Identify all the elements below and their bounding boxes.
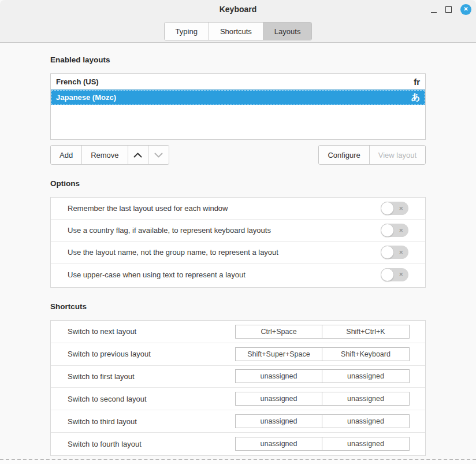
shortcut-row-previous-layout: Switch to previous layout Shift+Super+Sp… (51, 343, 425, 366)
shortcut-binding-secondary[interactable]: unassigned (322, 415, 409, 428)
configure-button-label: Configure (328, 151, 360, 159)
configure-button[interactable]: Configure (319, 146, 369, 164)
shortcut-row-next-layout: Switch to next layout Ctrl+Space Shift+C… (51, 321, 425, 343)
shortcuts-heading: Shortcuts (50, 302, 87, 311)
add-button[interactable]: Add (51, 146, 82, 164)
shortcut-row-second-layout: Switch to second layout unassigned unass… (51, 388, 425, 410)
shortcut-label: Switch to fourth layout (68, 440, 235, 448)
tab-bar: Typing Shortcuts Layouts (0, 22, 476, 40)
layout-indicator-fr: fr (414, 77, 420, 87)
option-row-upper-case: Use upper-case when using text to repres… (51, 263, 425, 285)
tab-typing-label: Typing (176, 27, 198, 36)
shortcuts-panel: Switch to next layout Ctrl+Space Shift+C… (50, 320, 426, 456)
toggle-off-x-icon: ✕ (399, 250, 403, 255)
options-heading: Options (50, 179, 80, 188)
option-label: Use the layout name, not the group name,… (68, 248, 381, 257)
shortcut-bindings: unassigned unassigned (235, 369, 410, 383)
option-label: Remember the last layout used for each w… (68, 204, 381, 213)
layout-name: Japanese (Mozc) (56, 93, 411, 102)
shortcut-binding-primary[interactable]: unassigned (236, 437, 322, 450)
edit-button-group: Add Remove (50, 145, 169, 165)
layout-list-actions: Add Remove Configure View layout (50, 145, 426, 165)
toggle-knob (381, 202, 394, 215)
layout-name: French (US) (56, 77, 414, 86)
move-up-button[interactable] (128, 146, 148, 164)
toggle-off-x-icon: ✕ (399, 228, 403, 233)
remove-button[interactable]: Remove (82, 146, 128, 164)
layout-list: French (US) fr Japanese (Mozc) あ (50, 73, 426, 140)
window-title: Keyboard (0, 5, 476, 14)
shortcut-label: Switch to previous layout (68, 350, 235, 358)
shortcut-binding-secondary[interactable]: unassigned (322, 392, 409, 405)
move-down-button[interactable] (148, 146, 169, 164)
toggle-layout-name[interactable]: ✕ (381, 246, 408, 259)
toggle-off-x-icon: ✕ (399, 206, 403, 211)
shortcut-bindings: unassigned unassigned (235, 414, 410, 428)
remove-button-label: Remove (91, 151, 118, 159)
option-row-remember-layout: Remember the last layout used for each w… (51, 198, 425, 220)
bottom-resize-divider (0, 459, 476, 460)
close-x-glyph: ✕ (463, 6, 468, 12)
toggle-remember-layout[interactable]: ✕ (381, 202, 408, 215)
shortcut-binding-secondary[interactable]: Shift+Keyboard (322, 348, 409, 361)
option-label: Use a country flag, if available, to rep… (68, 226, 381, 235)
bottom-strip (0, 460, 476, 464)
maximize-icon[interactable] (445, 6, 452, 13)
view-layout-button[interactable]: View layout (370, 146, 425, 164)
enabled-layouts-heading: Enabled layouts (50, 55, 110, 64)
shortcut-label: Switch to first layout (68, 372, 235, 381)
view-layout-button-label: View layout (378, 151, 416, 159)
toggle-off-x-icon: ✕ (399, 272, 403, 277)
shortcut-row-third-layout: Switch to third layout unassigned unassi… (51, 410, 425, 433)
option-label: Use upper-case when using text to repres… (68, 270, 381, 279)
shortcut-binding-primary[interactable]: unassigned (236, 370, 322, 383)
shortcut-binding-primary[interactable]: Ctrl+Space (236, 325, 322, 338)
tab-layouts[interactable]: Layouts (263, 23, 312, 40)
shortcut-label: Switch to next layout (68, 327, 235, 336)
tab-group: Typing Shortcuts Layouts (164, 22, 313, 40)
minimize-icon[interactable] (431, 6, 437, 13)
toggle-knob (381, 224, 394, 237)
shortcut-label: Switch to second layout (68, 395, 235, 403)
tab-layouts-label: Layouts (274, 27, 301, 36)
shortcut-bindings: unassigned unassigned (235, 392, 410, 406)
layout-row-french[interactable]: French (US) fr (51, 74, 425, 90)
toggle-knob (381, 246, 394, 259)
shortcut-binding-primary[interactable]: unassigned (236, 415, 322, 428)
layout-indicator-hiragana: あ (411, 92, 420, 103)
shortcut-row-first-layout: Switch to first layout unassigned unassi… (51, 366, 425, 388)
shortcut-bindings: Ctrl+Space Shift+Ctrl+K (235, 325, 410, 339)
titlebar[interactable]: Keyboard ✕ (0, 0, 476, 18)
shortcut-label: Switch to third layout (68, 417, 235, 426)
shortcut-binding-primary[interactable]: unassigned (236, 392, 322, 405)
tab-typing[interactable]: Typing (165, 23, 209, 40)
window-header: Keyboard ✕ Typing Shortcuts Layouts (0, 0, 476, 43)
config-button-group: Configure View layout (318, 145, 426, 165)
shortcut-bindings: Shift+Super+Space Shift+Keyboard (235, 347, 410, 361)
add-button-label: Add (60, 151, 73, 159)
shortcut-bindings: unassigned unassigned (235, 437, 410, 451)
shortcut-binding-secondary[interactable]: Shift+Ctrl+K (322, 325, 409, 338)
toggle-upper-case[interactable]: ✕ (381, 268, 408, 281)
layout-row-japanese[interactable]: Japanese (Mozc) あ (51, 90, 425, 105)
toggle-knob (381, 268, 394, 281)
option-row-layout-name: Use the layout name, not the group name,… (51, 242, 425, 263)
close-icon[interactable]: ✕ (460, 4, 471, 15)
tab-shortcuts[interactable]: Shortcuts (209, 23, 263, 40)
window-controls: ✕ (431, 0, 471, 18)
shortcut-row-fourth-layout: Switch to fourth layout unassigned unass… (51, 433, 425, 455)
shortcut-binding-primary[interactable]: Shift+Super+Space (236, 348, 322, 361)
chevron-down-icon (154, 151, 163, 159)
option-row-country-flag: Use a country flag, if available, to rep… (51, 220, 425, 242)
tab-shortcuts-label: Shortcuts (220, 27, 252, 36)
keyboard-settings-window: Keyboard ✕ Typing Shortcuts Layouts (0, 0, 476, 464)
chevron-up-icon (133, 151, 142, 159)
toggle-country-flag[interactable]: ✕ (381, 224, 408, 237)
options-panel: Remember the last layout used for each w… (50, 197, 426, 288)
shortcut-binding-secondary[interactable]: unassigned (322, 437, 409, 450)
shortcut-binding-secondary[interactable]: unassigned (322, 370, 409, 383)
